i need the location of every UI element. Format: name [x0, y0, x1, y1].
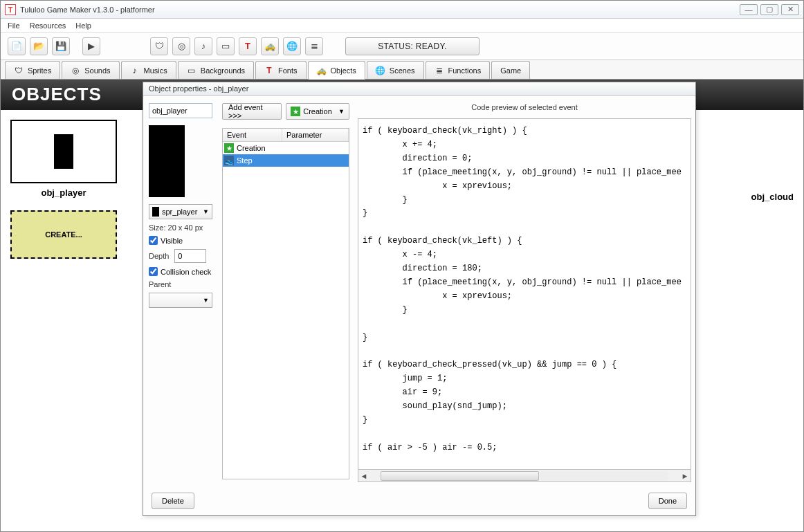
event-list: Event Parameter ★ Creation 👟 Step	[222, 128, 349, 479]
horizontal-scrollbar[interactable]: ◄ ►	[358, 470, 691, 482]
tab-functions[interactable]: ≣Functions	[426, 61, 491, 79]
parent-select[interactable]: ▼	[149, 293, 212, 308]
status-bar[interactable]: STATUS: READY.	[345, 37, 479, 55]
list-icon: ≣	[435, 66, 444, 75]
chevron-down-icon: ▼	[203, 297, 209, 304]
scroll-right-icon[interactable]: ►	[679, 472, 691, 480]
object-thumbnail	[10, 120, 117, 183]
tab-backgrounds[interactable]: ▭Backgrounds	[178, 61, 254, 79]
open-file-button[interactable]: 📂	[30, 37, 48, 55]
object-icon: 🚕	[317, 66, 327, 75]
creation-icon: ★	[291, 107, 300, 116]
globe-icon: 🌐	[376, 66, 385, 75]
chevron-down-icon: ▼	[203, 208, 209, 215]
run-button[interactable]: ▶	[82, 37, 100, 55]
music-icon: ♪	[130, 66, 140, 75]
event-type-select[interactable]: ★ Creation ▼	[286, 103, 349, 120]
add-background-button[interactable]: ▭	[217, 37, 235, 55]
add-event-button[interactable]: Add event >>>	[222, 103, 282, 120]
creation-icon: ★	[224, 143, 234, 153]
main-toolbar: 📄 📂 💾 ▶ 🛡 ◎ ♪ ▭ T 🚕 🌐 ≣ STATUS: READY.	[1, 33, 803, 60]
object-card-player[interactable]: obj_player	[10, 120, 117, 198]
collision-checkbox[interactable]: Collision check	[149, 267, 212, 276]
create-object-button[interactable]: CREATE...	[10, 210, 117, 259]
delete-button[interactable]: Delete	[152, 493, 194, 509]
menu-file[interactable]: File	[8, 21, 20, 30]
code-preview-title: Code preview of selected event	[358, 103, 691, 111]
event-col-header: Event	[223, 129, 282, 141]
tab-objects[interactable]: 🚕Objects	[308, 61, 365, 80]
window-title: Tululoo Game Maker v1.3.0 - platformer	[20, 6, 155, 14]
font-icon: T	[264, 66, 274, 75]
close-button[interactable]: ✕	[781, 4, 799, 15]
sprite-preview	[149, 125, 185, 197]
parameter-col-header: Parameter	[282, 129, 349, 141]
add-sound-button[interactable]: ◎	[172, 37, 190, 55]
add-music-button[interactable]: ♪	[194, 37, 212, 55]
depth-label: Depth	[149, 252, 169, 260]
chevron-down-icon: ▼	[338, 108, 345, 115]
add-font-button[interactable]: T	[239, 37, 257, 55]
object-name-input[interactable]	[149, 103, 212, 118]
menu-help[interactable]: Help	[75, 21, 91, 30]
scroll-thumb[interactable]	[381, 471, 539, 481]
new-file-button[interactable]: 📄	[8, 37, 26, 55]
menubar: File Resources Help	[1, 19, 803, 33]
code-preview[interactable]: if ( keyboard_check(vk_right) ) { x += 4…	[358, 118, 691, 470]
sprite-select[interactable]: spr_player ▼	[149, 204, 212, 219]
object-label: obj_player	[10, 187, 117, 198]
depth-input[interactable]	[174, 249, 206, 263]
app-icon: T	[5, 4, 16, 15]
scroll-left-icon[interactable]: ◄	[358, 472, 369, 480]
visible-checkbox[interactable]: Visible	[149, 236, 212, 245]
step-icon: 👟	[224, 156, 234, 165]
save-file-button[interactable]: 💾	[52, 37, 70, 55]
tab-game[interactable]: Game	[491, 61, 530, 79]
sprite-swatch-icon	[152, 207, 159, 217]
object-properties-dialog: Object properties - obj_player spr_playe…	[143, 82, 696, 516]
dialog-code-pane: Code preview of selected event if ( keyb…	[354, 96, 695, 486]
done-button[interactable]: Done	[648, 493, 687, 509]
tab-scenes[interactable]: 🌐Scenes	[367, 61, 424, 79]
parent-label: Parent	[149, 280, 212, 288]
disc-icon: ◎	[71, 66, 80, 75]
window-titlebar: T Tululoo Game Maker v1.3.0 - platformer…	[1, 1, 803, 19]
tab-fonts[interactable]: TFonts	[255, 61, 307, 79]
dialog-left-pane: spr_player ▼ Size: 20 x 40 px Visible De…	[143, 96, 218, 486]
event-row-step[interactable]: 👟 Step	[223, 154, 349, 167]
resource-tabs: 🛡Sprites ◎Sounds ♪Musics ▭Backgrounds TF…	[1, 60, 803, 80]
add-function-button[interactable]: ≣	[305, 37, 323, 55]
tab-musics[interactable]: ♪Musics	[121, 61, 176, 79]
tab-sounds[interactable]: ◎Sounds	[62, 61, 119, 79]
event-row-creation[interactable]: ★ Creation	[223, 142, 349, 154]
background-icon: ▭	[187, 66, 197, 75]
object-card-cloud[interactable]: obj_cloud	[751, 120, 794, 202]
add-scene-button[interactable]: 🌐	[283, 37, 301, 55]
tab-sprites[interactable]: 🛡Sprites	[5, 61, 60, 79]
menu-resources[interactable]: Resources	[30, 21, 66, 30]
dialog-events-pane: Add event >>> ★ Creation ▼ Event Paramet…	[218, 96, 354, 486]
add-object-button[interactable]: 🚕	[261, 37, 279, 55]
minimize-button[interactable]: —	[740, 4, 758, 15]
size-label: Size: 20 x 40 px	[149, 223, 212, 232]
dialog-title: Object properties - obj_player	[143, 82, 695, 96]
maximize-button[interactable]: ▢	[760, 4, 778, 15]
shield-icon: 🛡	[14, 66, 24, 75]
add-sprite-button[interactable]: 🛡	[150, 37, 168, 55]
